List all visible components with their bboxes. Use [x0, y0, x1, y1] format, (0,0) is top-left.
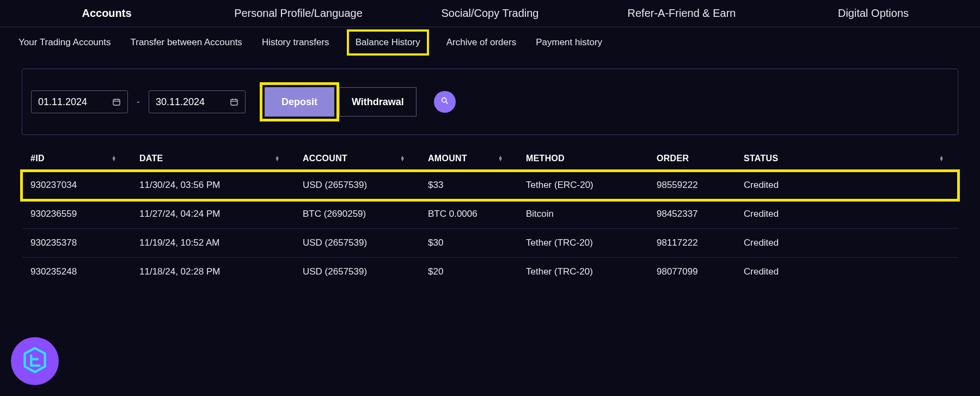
date-to-value: 30.11.2024	[156, 96, 205, 108]
date-from-value: 01.11.2024	[38, 96, 87, 108]
cell-amount: $30	[419, 229, 517, 258]
cell-account: USD (2657539)	[294, 171, 419, 200]
filter-panel: 01.11.2024 - 30.11.2024 Deposit Withdraw…	[22, 69, 958, 135]
cell-status: Credited	[735, 171, 958, 200]
cell-date: 11/27/24, 04:24 PM	[131, 200, 294, 229]
cell-id: 930235378	[22, 229, 131, 258]
th-amount[interactable]: AMOUNT▲▼	[419, 146, 517, 171]
cell-order: 98077099	[648, 258, 735, 287]
brand-logo[interactable]	[11, 337, 59, 385]
cell-status: Credited	[735, 229, 958, 258]
date-from-input[interactable]: 01.11.2024	[31, 90, 128, 113]
table-row[interactable]: 93023537811/19/24, 10:52 AMUSD (2657539)…	[22, 229, 958, 258]
th-status[interactable]: STATUS▲▼	[735, 146, 958, 171]
cell-date: 11/18/24, 02:28 PM	[131, 258, 294, 287]
sort-icon: ▲▼	[939, 156, 950, 161]
cell-status: Credited	[735, 258, 958, 287]
search-icon	[440, 96, 449, 107]
sub-nav: Your Trading Accounts Transfer between A…	[0, 27, 980, 58]
sort-icon: ▲▼	[498, 156, 509, 161]
topnav-refer[interactable]: Refer-A-Friend & Earn	[586, 2, 777, 25]
sort-icon: ▲▼	[275, 156, 285, 161]
topnav-digital-options[interactable]: Digital Options	[777, 2, 969, 25]
cell-order: 98559222	[648, 171, 735, 200]
th-id[interactable]: #ID▲▼	[22, 146, 131, 171]
topnav-profile[interactable]: Personal Profile/Language	[203, 2, 394, 25]
cell-amount: $33	[419, 171, 517, 200]
logo-icon	[20, 345, 50, 377]
subnav-transfer[interactable]: Transfer between Accounts	[128, 34, 244, 51]
th-order[interactable]: ORDER	[648, 146, 735, 171]
table-row[interactable]: 93023655911/27/24, 04:24 PMBTC (2690259)…	[22, 200, 958, 229]
subnav-balance-history[interactable]: Balance History	[347, 29, 429, 56]
search-button[interactable]	[434, 91, 456, 113]
history-table: #ID▲▼ DATE▲▼ ACCOUNT▲▼ AMOUNT▲▼ METHOD O…	[22, 146, 958, 286]
calendar-icon	[112, 98, 121, 106]
topnav-social[interactable]: Social/Copy Trading	[394, 2, 586, 25]
subnav-payment-history[interactable]: Payment history	[534, 34, 604, 51]
sort-icon: ▲▼	[112, 156, 122, 161]
type-toggle-group: Deposit Withdrawal	[260, 82, 416, 121]
date-to-input[interactable]: 30.11.2024	[149, 90, 246, 113]
cell-method: Tether (TRC-20)	[517, 229, 648, 258]
cell-amount: $20	[419, 258, 517, 287]
th-account[interactable]: ACCOUNT▲▼	[294, 146, 419, 171]
th-amount-label: AMOUNT	[428, 154, 467, 163]
th-id-label: #ID	[30, 154, 45, 163]
cell-order: 98452337	[648, 200, 735, 229]
cell-id: 930236559	[22, 200, 131, 229]
date-range-separator: -	[136, 96, 141, 108]
cell-amount: BTC 0.0006	[419, 200, 517, 229]
subnav-archive-orders[interactable]: Archive of orders	[444, 34, 519, 51]
topnav-accounts[interactable]: Accounts	[11, 2, 203, 25]
cell-date: 11/30/24, 03:56 PM	[131, 171, 294, 200]
deposit-toggle[interactable]: Deposit	[265, 87, 334, 117]
th-status-label: STATUS	[744, 154, 778, 163]
subnav-trading-accounts[interactable]: Your Trading Accounts	[16, 34, 113, 51]
deposit-highlight: Deposit	[260, 82, 339, 121]
th-date[interactable]: DATE▲▼	[131, 146, 294, 171]
cell-date: 11/19/24, 10:52 AM	[131, 229, 294, 258]
th-order-label: ORDER	[657, 154, 689, 163]
th-method-label: METHOD	[526, 154, 565, 163]
cell-method: Tether (TRC-20)	[517, 258, 648, 287]
cell-account: BTC (2690259)	[294, 200, 419, 229]
subnav-history-transfers[interactable]: History transfers	[260, 34, 332, 51]
th-method[interactable]: METHOD	[517, 146, 648, 171]
cell-account: USD (2657539)	[294, 229, 419, 258]
svg-line-9	[446, 102, 448, 103]
table-row[interactable]: 93023524811/18/24, 02:28 PMUSD (2657539)…	[22, 258, 958, 287]
svg-point-8	[442, 98, 446, 102]
svg-rect-4	[231, 99, 237, 105]
cell-id: 930235248	[22, 258, 131, 287]
svg-rect-0	[113, 99, 120, 105]
cell-order: 98117222	[648, 229, 735, 258]
cell-account: USD (2657539)	[294, 258, 419, 287]
withdrawal-toggle[interactable]: Withdrawal	[339, 87, 416, 117]
cell-method: Tether (ERC-20)	[517, 171, 648, 200]
cell-method: Bitcoin	[517, 200, 648, 229]
table-row[interactable]: 93023703411/30/24, 03:56 PMUSD (2657539)…	[22, 171, 958, 200]
top-nav: Accounts Personal Profile/Language Socia…	[0, 0, 980, 27]
th-account-label: ACCOUNT	[303, 154, 347, 163]
sort-icon: ▲▼	[400, 156, 411, 161]
cell-status: Credited	[735, 200, 958, 229]
cell-id: 930237034	[22, 171, 131, 200]
th-date-label: DATE	[139, 154, 163, 163]
calendar-icon	[230, 98, 238, 106]
